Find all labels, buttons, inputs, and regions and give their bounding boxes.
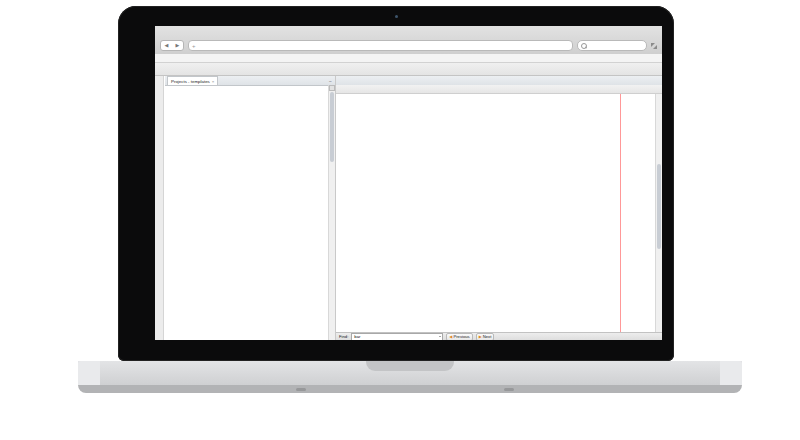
- right-margin-line: [620, 94, 621, 332]
- tab-projects[interactable]: Projects - templates ×: [167, 76, 218, 85]
- project-file-tree[interactable]: [165, 85, 329, 340]
- rubber-foot: [296, 388, 306, 391]
- nav-buttons[interactable]: ◀ ▶: [160, 40, 184, 51]
- ide-main-area: Projects - templates × −: [155, 76, 662, 340]
- base-left-cap: [78, 361, 100, 385]
- minimize-panel-icon[interactable]: −: [329, 78, 332, 84]
- base-thumb-notch: [366, 361, 454, 371]
- close-window-button[interactable]: [163, 32, 168, 37]
- projects-panel: Projects - templates × −: [165, 76, 335, 340]
- zoom-window-button[interactable]: [179, 32, 184, 37]
- find-bar: Find: bar ◀ Previous ▶ Next: [336, 332, 662, 340]
- search-icon: [581, 43, 587, 49]
- close-icon[interactable]: ×: [212, 79, 215, 84]
- plus-icon: +: [192, 43, 196, 49]
- back-icon[interactable]: ◀: [165, 43, 169, 48]
- scrollbar-thumb[interactable]: [330, 92, 335, 162]
- find-next-button[interactable]: ▶ Next: [476, 333, 495, 341]
- next-arrow-icon: ▶: [479, 334, 482, 339]
- menu-bar: [155, 54, 662, 63]
- forward-icon[interactable]: ▶: [176, 43, 180, 48]
- projects-scrollbar[interactable]: [328, 85, 335, 340]
- rubber-foot: [504, 388, 514, 391]
- window-controls: [163, 32, 184, 37]
- screen-content: ◀ ▶ +: [155, 26, 662, 340]
- resize-window-icon[interactable]: [651, 43, 657, 49]
- base-right-cap: [720, 361, 742, 385]
- scrollbar-thumb[interactable]: [657, 164, 662, 249]
- find-label: Find:: [339, 334, 348, 339]
- webcam-icon: [395, 15, 398, 18]
- editor-toolbar: [336, 85, 662, 94]
- browser-chrome: ◀ ▶ +: [155, 26, 662, 55]
- minimized-panels-strip: [155, 76, 164, 340]
- address-bar-input[interactable]: +: [188, 40, 573, 51]
- laptop-base-bottom: [78, 385, 742, 393]
- previous-arrow-icon: ◀: [449, 334, 452, 339]
- search-input[interactable]: [577, 40, 647, 51]
- editor-area: Find: bar ◀ Previous ▶ Next: [336, 76, 662, 340]
- minimize-window-button[interactable]: [171, 32, 176, 37]
- code-editor[interactable]: [336, 94, 662, 332]
- laptop-base: [78, 361, 742, 385]
- editor-scrollbar[interactable]: [655, 94, 662, 332]
- laptop-screen-bezel: ◀ ▶ +: [118, 6, 674, 361]
- find-previous-button[interactable]: ◀ Previous: [446, 333, 472, 341]
- laptop-mockup: ◀ ▶ +: [0, 0, 800, 440]
- main-toolbar: [155, 63, 662, 76]
- find-input[interactable]: bar: [351, 333, 443, 341]
